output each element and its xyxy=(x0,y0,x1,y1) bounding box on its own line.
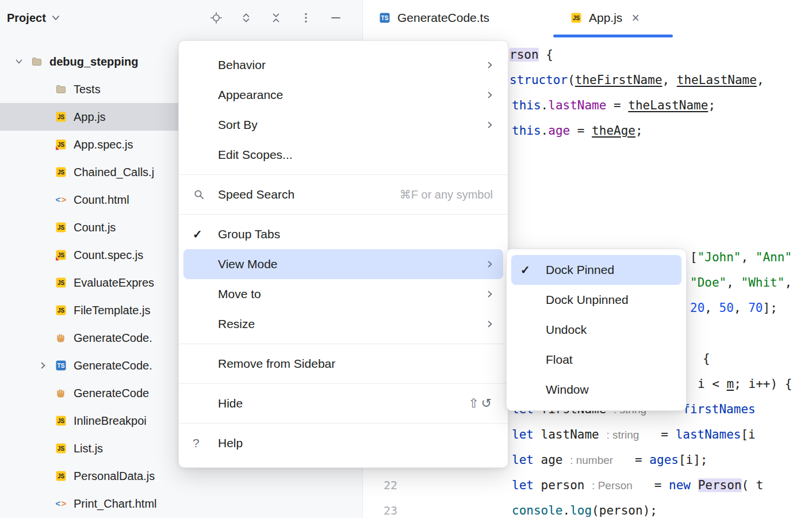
submenu-arrow-icon xyxy=(484,319,496,329)
more-options-icon[interactable] xyxy=(299,11,313,25)
js-file-icon: JS xyxy=(54,469,68,483)
chevron-down-icon[interactable] xyxy=(8,57,30,66)
svg-text:JS: JS xyxy=(58,252,65,258)
svg-text:JS: JS xyxy=(58,307,65,314)
tree-item-label: Count.spec.js xyxy=(74,249,143,262)
svg-text:JS: JS xyxy=(58,169,65,176)
svg-text:JS: JS xyxy=(58,418,65,424)
tree-item-label: Chained_Calls.j xyxy=(74,166,154,179)
menu-item-label: Group Tabs xyxy=(218,227,280,241)
svg-text:JS: JS xyxy=(58,224,65,231)
tree-item-label: GenerateCode. xyxy=(74,332,152,345)
line-number: 22 xyxy=(363,473,397,498)
menu-item-label: Hide xyxy=(218,397,243,410)
submenu-arrow-icon xyxy=(484,90,496,100)
menu-separator xyxy=(179,383,508,384)
menu-item-sort-by[interactable]: Sort By xyxy=(183,110,503,140)
menu-item-resize[interactable]: Resize xyxy=(183,309,503,339)
folder-icon xyxy=(30,55,44,68)
menu-separator xyxy=(179,174,508,175)
code-line: i < m; i++) { xyxy=(698,371,792,397)
menu-item-edit-scopes[interactable]: Edit Scopes... xyxy=(183,140,503,170)
tree-item-label: PersonalData.js xyxy=(74,470,155,483)
svg-text:<: < xyxy=(56,498,61,508)
menu-item-label: Window xyxy=(546,383,589,397)
tree-item-label: Print_Chart.html xyxy=(74,497,157,511)
context-menu: BehaviorAppearanceSort ByEdit Scopes...S… xyxy=(178,40,508,468)
svg-text:<: < xyxy=(56,195,61,204)
js-test-file-icon: JS xyxy=(54,248,68,262)
panel-toolbar xyxy=(209,11,343,25)
help-icon: ? xyxy=(193,436,218,450)
code-line: "Doe", "Whit", xyxy=(690,270,792,295)
menu-item-label: Float xyxy=(546,353,573,367)
menu-item-label: Move to xyxy=(218,287,261,301)
submenu-item-undock[interactable]: Undock xyxy=(511,315,681,345)
js-file-icon: JS xyxy=(54,220,68,234)
menu-separator xyxy=(179,423,508,424)
menu-item-view-mode[interactable]: View Mode xyxy=(183,249,503,279)
menu-item-label: Sort By xyxy=(218,118,258,132)
svg-text:>: > xyxy=(62,195,67,204)
submenu-item-window[interactable]: Window xyxy=(511,375,681,405)
check-icon: ✓ xyxy=(520,263,546,277)
code-line: this.lastName = theLastName; xyxy=(512,93,715,118)
hand-file-icon xyxy=(54,386,68,400)
search-icon xyxy=(193,188,218,201)
js-file-icon: JS xyxy=(54,276,68,290)
menu-separator xyxy=(179,214,508,215)
menu-item-behavior[interactable]: Behavior xyxy=(183,50,503,80)
html-file-icon: <> xyxy=(54,497,68,511)
collapse-all-icon[interactable] xyxy=(269,11,283,25)
menu-item-help[interactable]: ?Help xyxy=(183,428,503,458)
submenu-item-float[interactable]: Float xyxy=(511,345,681,375)
submenu-item-dock-pinned[interactable]: ✓Dock Pinned xyxy=(511,255,681,285)
chevron-right-icon[interactable] xyxy=(32,361,54,370)
project-view-selector[interactable]: Project xyxy=(7,12,61,25)
svg-text:JS: JS xyxy=(58,280,65,286)
check-icon: ✓ xyxy=(193,227,218,241)
menu-item-label: Resize xyxy=(218,317,255,331)
tree-item-label: App.js xyxy=(74,111,106,124)
menu-item-label: Remove from Sidebar xyxy=(218,357,335,371)
submenu-item-dock-unpinned[interactable]: Dock Unpinned xyxy=(511,285,681,315)
code-line: console.log(person); xyxy=(512,498,657,518)
code-line: rson { xyxy=(510,42,553,67)
menu-item-shortcut: ⇧↺ xyxy=(468,396,494,411)
tree-item-label: App.spec.js xyxy=(74,138,133,151)
chevron-down-icon xyxy=(51,13,61,23)
svg-text:>: > xyxy=(62,498,67,508)
menu-item-label: View Mode xyxy=(218,257,278,271)
menu-item-label: Edit Scopes... xyxy=(218,148,293,162)
js-file-icon: JS xyxy=(54,165,68,179)
submenu-arrow-icon xyxy=(484,60,496,70)
ts-file-icon: TS xyxy=(54,359,68,372)
tree-item-label: GenerateCode xyxy=(74,387,149,400)
menu-item-hide[interactable]: Hide⇧↺ xyxy=(183,389,503,418)
tree-item-label: Count.js xyxy=(74,221,116,234)
svg-text:JS: JS xyxy=(58,445,65,452)
html-file-icon: <> xyxy=(54,193,68,207)
menu-item-group-tabs[interactable]: ✓Group Tabs xyxy=(183,219,503,249)
code-line: 20, 50, 70]; xyxy=(690,295,777,321)
menu-item-hint: ⌘F or any symbol xyxy=(400,188,493,201)
tree-item-label: InlineBreakpoi xyxy=(74,414,147,428)
menu-item-label: Dock Pinned xyxy=(546,263,614,277)
hide-panel-icon[interactable] xyxy=(329,11,343,25)
menu-item-speed-search[interactable]: Speed Search⌘F or any symbol xyxy=(183,180,503,210)
menu-item-label: Speed Search xyxy=(218,188,294,201)
tree-item-print-chart-html[interactable]: <>Print_Chart.html xyxy=(0,490,362,517)
menu-item-remove-from-sidebar[interactable]: Remove from Sidebar xyxy=(183,349,503,379)
tree-item-label: Tests xyxy=(74,83,101,96)
folder-icon xyxy=(54,82,68,96)
tree-item-label: FileTemplate.js xyxy=(74,304,150,317)
menu-item-appearance[interactable]: Appearance xyxy=(183,80,503,110)
expand-all-icon[interactable] xyxy=(239,11,253,25)
svg-text:JS: JS xyxy=(58,114,65,120)
svg-text:JS: JS xyxy=(58,142,65,148)
locate-file-icon[interactable] xyxy=(209,11,223,25)
code-line: { xyxy=(703,346,710,371)
js-file-icon: JS xyxy=(54,303,68,317)
js-file-icon: JS xyxy=(54,414,68,428)
menu-item-move-to[interactable]: Move to xyxy=(183,279,503,309)
